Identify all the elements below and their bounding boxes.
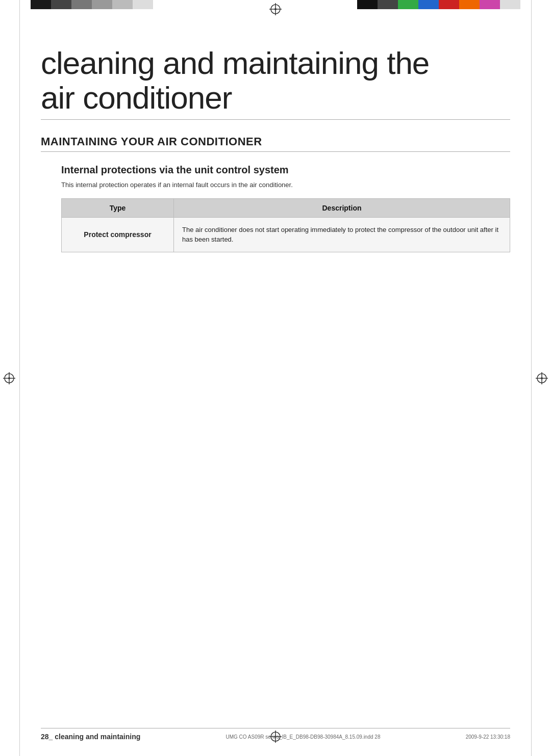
reg-mark-right: [536, 372, 548, 384]
reg-mark-left: [3, 372, 15, 384]
color-block-1: [31, 0, 51, 9]
page-title-block: cleaning and maintaining the air conditi…: [41, 46, 510, 120]
table-header-description: Description: [174, 198, 510, 217]
border-left: [19, 0, 20, 756]
protection-table: Type Description Protect compressor The …: [61, 198, 510, 252]
color-block-3: [71, 0, 92, 9]
color-block-r2: [378, 0, 398, 9]
subsection-heading: Internal protections via the unit contro…: [61, 164, 510, 176]
footer-page-number: 28_ cleaning and maintaining: [41, 733, 140, 741]
color-block-r7: [480, 0, 500, 9]
description-text: This internal protection operates if an …: [61, 180, 510, 190]
footer: 28_ cleaning and maintaining UMG CO AS09…: [41, 728, 510, 741]
color-block-4: [92, 0, 112, 9]
section-heading: MAINTAINING YOUR AIR CONDITIONER: [41, 135, 510, 148]
title-line2: air conditioner: [41, 80, 232, 115]
table-cell-description: The air conditioner does not start opera…: [174, 217, 510, 252]
table-row: Protect compressor The air conditioner d…: [62, 217, 510, 252]
footer-file-info: UMG CO AS09R series_IB_E_DB98-DB98-30984…: [226, 734, 381, 740]
border-right: [531, 0, 532, 756]
page-title: cleaning and maintaining the air conditi…: [41, 46, 510, 115]
section-underline: [41, 151, 510, 152]
color-block-r8: [500, 0, 520, 9]
title-line1: cleaning and maintaining the: [41, 45, 429, 81]
main-content: cleaning and maintaining the air conditi…: [41, 25, 510, 715]
table-header-row: Type Description: [62, 198, 510, 217]
color-block-r5: [439, 0, 459, 9]
color-block-2: [51, 0, 71, 9]
footer-content: 28_ cleaning and maintaining UMG CO AS09…: [41, 733, 510, 741]
top-left-color-bars: [31, 0, 153, 9]
table-header-type: Type: [62, 198, 174, 217]
color-block-6: [133, 0, 153, 9]
color-block-r3: [398, 0, 418, 9]
title-underline: [41, 119, 510, 120]
footer-line: [41, 728, 510, 728]
footer-date: 2009-9-22 13:30:18: [466, 734, 510, 740]
reg-mark-top: [269, 3, 282, 15]
table-cell-type: Protect compressor: [62, 217, 174, 252]
color-block-r6: [459, 0, 480, 9]
color-block-r4: [418, 0, 439, 9]
color-block-5: [112, 0, 133, 9]
color-block-r1: [357, 0, 378, 9]
top-right-color-bars: [357, 0, 520, 9]
